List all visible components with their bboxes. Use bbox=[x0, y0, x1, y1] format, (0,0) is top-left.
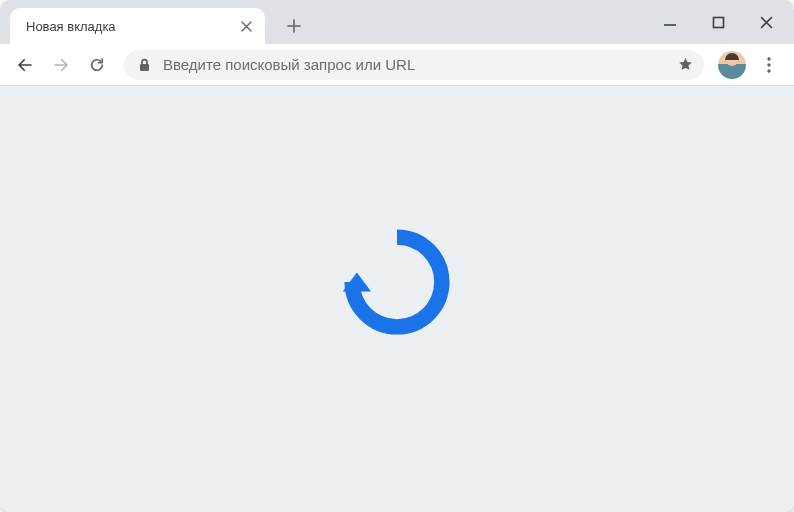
svg-point-2 bbox=[767, 57, 770, 60]
minimize-button[interactable] bbox=[648, 5, 692, 39]
close-window-button[interactable] bbox=[744, 5, 788, 39]
svg-rect-1 bbox=[140, 64, 149, 71]
back-button[interactable] bbox=[8, 48, 42, 82]
arrow-left-icon bbox=[16, 56, 34, 74]
close-icon bbox=[241, 21, 252, 32]
lock-icon bbox=[138, 58, 151, 72]
browser-window: Новая вкладка bbox=[0, 0, 794, 512]
minimize-icon bbox=[663, 15, 677, 29]
address-input[interactable] bbox=[161, 55, 667, 74]
plus-icon bbox=[287, 19, 301, 33]
maximize-button[interactable] bbox=[696, 5, 740, 39]
star-icon bbox=[677, 56, 694, 73]
toolbar bbox=[0, 44, 794, 86]
forward-button[interactable] bbox=[44, 48, 78, 82]
arrow-right-icon bbox=[52, 56, 70, 74]
address-bar[interactable] bbox=[124, 50, 704, 80]
window-controls bbox=[648, 0, 788, 44]
svg-point-3 bbox=[767, 63, 770, 66]
reload-icon bbox=[88, 56, 106, 74]
page-content bbox=[0, 86, 794, 512]
tab-close-button[interactable] bbox=[237, 17, 255, 35]
svg-point-4 bbox=[767, 69, 770, 72]
reload-button[interactable] bbox=[80, 48, 114, 82]
bookmark-button[interactable] bbox=[677, 56, 694, 73]
tab-title: Новая вкладка bbox=[26, 19, 237, 34]
tab-active[interactable]: Новая вкладка bbox=[10, 8, 265, 44]
menu-button[interactable] bbox=[752, 48, 786, 82]
kebab-icon bbox=[767, 57, 771, 73]
update-icon bbox=[338, 223, 456, 345]
close-icon bbox=[760, 16, 773, 29]
profile-avatar[interactable] bbox=[718, 51, 746, 79]
maximize-icon bbox=[712, 16, 725, 29]
tab-strip: Новая вкладка bbox=[0, 0, 794, 44]
new-tab-button[interactable] bbox=[279, 11, 309, 41]
svg-rect-0 bbox=[713, 17, 723, 27]
